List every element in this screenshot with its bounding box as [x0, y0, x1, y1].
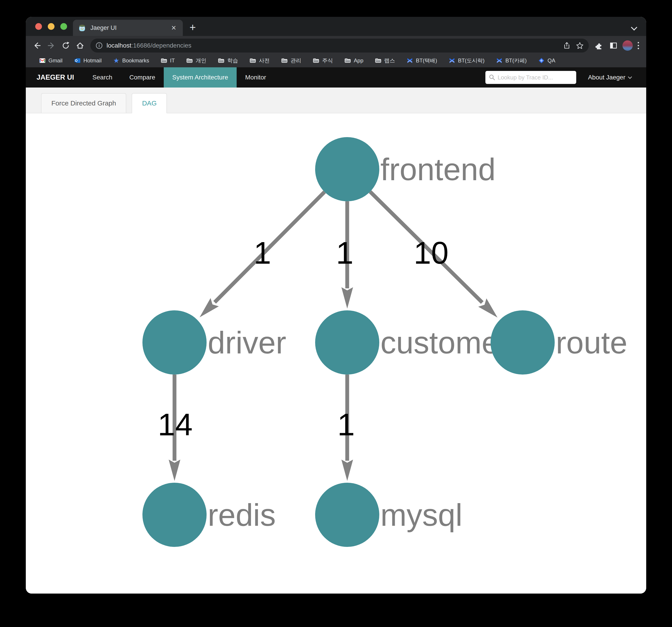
bookmark-gmail[interactable]: Gmail — [33, 57, 68, 64]
side-panel-icon[interactable] — [608, 40, 619, 51]
bookmark-label: Bookmarks — [122, 57, 149, 64]
bookmark-it[interactable]: IT — [155, 57, 181, 64]
bookmark-label: App — [354, 57, 363, 64]
profile-avatar[interactable] — [622, 40, 633, 51]
node-route — [490, 310, 555, 374]
bookmark-dictionary[interactable]: 사전 — [244, 57, 275, 64]
nav-item-compare[interactable]: Compare — [121, 67, 164, 88]
folder-icon — [313, 57, 319, 64]
reload-button[interactable] — [60, 40, 72, 51]
extensions-icon[interactable] — [593, 40, 605, 51]
about-jaeger-menu[interactable]: About Jaeger — [588, 74, 631, 81]
bookmark-star-icon[interactable] — [576, 42, 584, 50]
share-icon[interactable] — [563, 42, 571, 50]
folder-icon — [186, 57, 193, 64]
confluence-icon — [496, 57, 502, 64]
nav-item-monitor[interactable]: Monitor — [237, 67, 274, 88]
url-text: localhost:16686/dependencies — [106, 42, 558, 49]
node-redis — [142, 483, 207, 547]
node-labels: frontend driver customer route redis mys… — [208, 152, 627, 533]
url-path: :16686/dependencies — [131, 42, 192, 49]
forward-button[interactable] — [46, 40, 57, 51]
bookmark-study[interactable]: 학습 — [212, 57, 244, 64]
bookmark-label: 학습 — [227, 57, 238, 64]
outlook-icon — [74, 57, 80, 64]
bookmark-label: BT(카페) — [505, 57, 527, 64]
bookmark-personal[interactable]: 개인 — [181, 57, 212, 64]
bookmark-label: IT — [170, 57, 175, 64]
bookmark-stocks[interactable]: 주식 — [307, 57, 339, 64]
tab-search-chevron-icon[interactable] — [631, 24, 637, 30]
bookmark-label: Hotmail — [83, 57, 102, 64]
new-tab-button[interactable]: + — [190, 22, 196, 33]
browser-window: Jaeger UI × + localhost:16686/dependenci… — [26, 17, 646, 594]
bookmark-bookmarks[interactable]: ★ Bookmarks — [107, 57, 155, 64]
bookmark-label: BT(도시락) — [458, 57, 485, 64]
folder-icon — [375, 57, 381, 64]
edge-count-frontend-driver: 1 — [254, 235, 271, 271]
tab-force-directed-graph[interactable]: Force Directed Graph — [41, 93, 126, 113]
bookmark-label: 주식 — [322, 57, 333, 64]
edge-count-frontend-customer: 1 — [336, 235, 354, 271]
folder-icon — [281, 57, 288, 64]
edge-count-frontend-route: 10 — [414, 235, 449, 271]
confluence-icon — [407, 57, 413, 64]
node-mysql — [315, 483, 379, 547]
dag-canvas: 1 1 10 14 1 frontend driver customer rou… — [26, 114, 646, 594]
folder-icon — [344, 57, 351, 64]
dag-nodes — [142, 137, 555, 547]
chevron-down-icon — [628, 75, 632, 79]
node-driver — [142, 310, 207, 374]
bookmark-qa[interactable]: QA — [532, 57, 561, 64]
bookmark-admin[interactable]: 관리 — [275, 57, 307, 64]
url-bar[interactable]: localhost:16686/dependencies — [90, 39, 589, 52]
folder-icon — [218, 57, 224, 64]
bookmark-label: 사전 — [259, 57, 270, 64]
bookmark-hotmail[interactable]: Hotmail — [68, 57, 107, 64]
about-jaeger-label: About Jaeger — [588, 74, 625, 81]
jaeger-favicon-icon — [78, 24, 86, 32]
folder-icon — [250, 57, 256, 64]
tab-dag[interactable]: DAG — [132, 93, 167, 113]
bookmark-app[interactable]: App — [339, 57, 369, 64]
home-button[interactable] — [74, 40, 86, 51]
window-controls — [26, 17, 73, 36]
star-icon: ★ — [113, 57, 119, 64]
close-window-button[interactable] — [35, 23, 42, 30]
bookmark-bt-cafe[interactable]: BT(카페) — [490, 57, 532, 64]
bookmark-labs[interactable]: 랩스 — [369, 57, 401, 64]
nav-item-search[interactable]: Search — [84, 67, 121, 88]
bookmark-label: 개인 — [196, 57, 206, 64]
tab-close-button[interactable]: × — [170, 24, 177, 32]
node-label-frontend: frontend — [380, 152, 496, 187]
browser-tab-strip: Jaeger UI × + — [26, 17, 646, 36]
node-frontend — [315, 137, 379, 201]
jira-icon — [538, 57, 545, 64]
browser-menu-icon[interactable] — [634, 42, 642, 49]
edge-count-customer-mysql: 1 — [337, 407, 355, 442]
jaeger-navbar: JAEGER UI Search Compare System Architec… — [26, 67, 646, 88]
node-label-mysql: mysql — [380, 497, 462, 533]
arrowhead-icon — [341, 460, 353, 481]
jaeger-brand[interactable]: JAEGER UI — [26, 73, 84, 82]
minimize-window-button[interactable] — [48, 23, 54, 30]
node-label-route: route — [556, 325, 627, 360]
search-icon — [489, 74, 495, 80]
bookmark-label: QA — [548, 57, 555, 64]
node-label-redis: redis — [208, 497, 276, 533]
trace-search-box[interactable] — [485, 71, 576, 84]
nav-item-system-architecture[interactable]: System Architecture — [164, 67, 237, 88]
gmail-icon — [39, 57, 46, 64]
zoom-window-button[interactable] — [60, 23, 67, 30]
node-label-customer: customer — [380, 325, 510, 360]
browser-tab[interactable]: Jaeger UI × — [73, 20, 183, 36]
trace-search-input[interactable] — [498, 74, 573, 81]
site-info-icon[interactable] — [95, 42, 103, 49]
bookmark-bt-delivery[interactable]: BT(택배) — [401, 57, 443, 64]
bookmark-bt-dosirak[interactable]: BT(도시락) — [443, 57, 490, 64]
browser-toolbar: localhost:16686/dependencies — [26, 36, 646, 55]
node-customer — [315, 310, 379, 374]
bookmark-label: 랩스 — [384, 57, 395, 64]
back-button[interactable] — [31, 40, 43, 51]
bookmark-label: Gmail — [48, 57, 63, 64]
